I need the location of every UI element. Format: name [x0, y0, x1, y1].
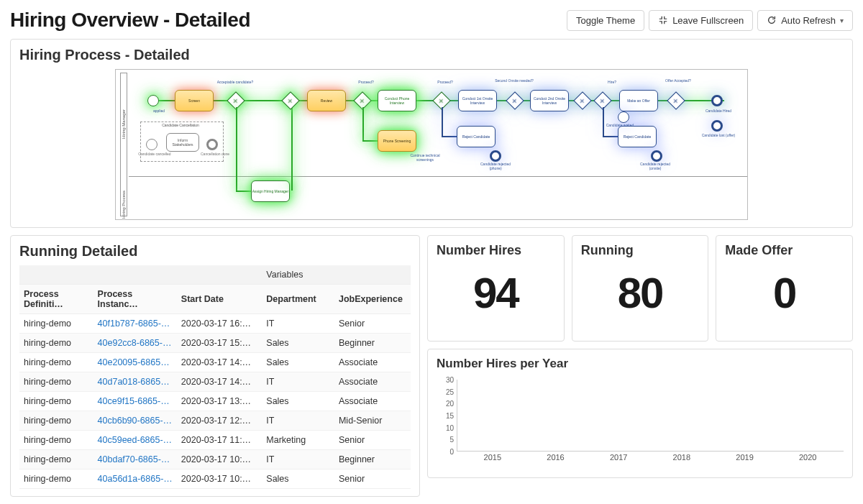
- bpmn-gateway-1-label: Acceptable candidate?: [214, 80, 257, 84]
- cell-process-def: hiring-demo: [19, 372, 93, 392]
- table-row[interactable]: hiring-demo40d7a018-6865…2020-03-17 14:……: [19, 372, 411, 392]
- cell-start-date: 2020-03-17 12:…: [177, 411, 262, 431]
- bpmn-sub-end-label: Cancellation done: [193, 152, 237, 156]
- bpmn-end-lost[interactable]: [711, 120, 723, 132]
- x-tick-label: 2016: [524, 453, 588, 462]
- bpmn-task-phone[interactable]: Conduct Phone Interview: [378, 90, 416, 111]
- auto-refresh-button[interactable]: Auto Refresh ▾: [757, 10, 853, 31]
- bpmn-end-hired[interactable]: [711, 95, 723, 106]
- cell-department: IT: [262, 450, 334, 469]
- cell-start-date: 2020-03-17 14:…: [177, 353, 262, 372]
- cell-process-inst-link[interactable]: 40ce9f15-6865-…: [93, 392, 177, 411]
- stat-offer-value: 0: [725, 268, 844, 318]
- bpmn-task-offer[interactable]: Make an Offer: [619, 90, 658, 111]
- table-group-variables: Variables: [262, 265, 411, 285]
- process-diagram[interactable]: Hiring Manager Hiring Process applied Sc…: [115, 69, 748, 220]
- cell-job-experience: Associate: [334, 372, 411, 392]
- cell-start-date: 2020-03-17 10:…: [177, 450, 262, 469]
- bpmn-end-rejected-2-label: Candidate rejected (onsite): [634, 162, 677, 170]
- lane-label-1: Hiring Manager: [122, 109, 126, 139]
- bpmn-task-reject-1[interactable]: Reject Candidate: [457, 126, 496, 147]
- bpmn-end-hired-label: Candidate Hired: [697, 109, 740, 113]
- cell-process-inst-link[interactable]: 40e92cc8-6865-…: [93, 334, 177, 353]
- table-row[interactable]: hiring-demo40bdaf70-6865-…2020-03-17 10:…: [19, 450, 411, 469]
- running-detailed-panel: Running Detailed Variables Process Defin…: [10, 235, 420, 497]
- cell-process-inst-link[interactable]: 40a56d1a-6865-…: [93, 469, 177, 489]
- table-row[interactable]: hiring-demo40c59eed-6865-…2020-03-17 11:…: [19, 431, 411, 450]
- cell-process-inst-link[interactable]: 40c59eed-6865-…: [93, 431, 177, 450]
- bpmn-event-waited[interactable]: [618, 111, 629, 123]
- table-row[interactable]: hiring-demo40f1b787-6865-…2020-03-17 16:…: [19, 314, 411, 334]
- header-buttons: Toggle Theme Leave Fullscreen Auto Refre…: [567, 10, 853, 31]
- toggle-theme-button[interactable]: Toggle Theme: [567, 10, 644, 31]
- cell-process-def: hiring-demo: [19, 469, 93, 489]
- bpmn-task-review[interactable]: Review: [307, 90, 346, 111]
- cell-department: Sales: [262, 392, 334, 411]
- bpmn-gateway-7[interactable]: ×: [667, 91, 685, 109]
- x-tick-label: 2020: [776, 453, 839, 462]
- bpmn-gateway-merge[interactable]: ×: [281, 91, 299, 109]
- bpmn-gateway-3-label: Proceed?: [424, 80, 467, 84]
- cell-start-date: 2020-03-17 11:…: [177, 431, 262, 450]
- col-process-inst[interactable]: Process Instanc…: [93, 285, 177, 314]
- bpmn-gateway-5[interactable]: ×: [573, 91, 591, 109]
- cell-job-experience: Associate: [334, 353, 411, 372]
- cell-process-def: hiring-demo: [19, 314, 93, 334]
- table-row[interactable]: hiring-demo40e92cc8-6865-…2020-03-17 15:…: [19, 334, 411, 353]
- bpmn-end-rejected-2[interactable]: [651, 150, 662, 162]
- cell-process-inst-link[interactable]: 40bdaf70-6865-…: [93, 450, 177, 469]
- table-row[interactable]: hiring-demo40e20095-6865…2020-03-17 14:……: [19, 353, 411, 372]
- page-title: Hiring Overview - Detailed: [10, 9, 250, 32]
- table-row[interactable]: hiring-demo40cb6b90-6865-…2020-03-17 12:…: [19, 411, 411, 431]
- bpmn-gateway-2-label: Proceed?: [344, 80, 388, 84]
- col-process-def[interactable]: Process Definiti…: [19, 285, 93, 314]
- process-diagram-title: Hiring Process - Detailed: [19, 47, 844, 63]
- bpmn-sub-start[interactable]: [146, 139, 157, 150]
- bpmn-task-reject-2[interactable]: Reject Candidate: [618, 126, 657, 147]
- col-department[interactable]: Department: [262, 285, 334, 314]
- cell-process-def: hiring-demo: [19, 411, 93, 431]
- cell-start-date: 2020-03-17 10:…: [177, 469, 262, 489]
- bpmn-task-onsite-1[interactable]: Conduct 1st Onsite Interview: [458, 90, 497, 111]
- page-header: Hiring Overview - Detailed Toggle Theme …: [0, 0, 863, 39]
- bpmn-sub-end[interactable]: [206, 139, 218, 150]
- cell-job-experience: Mid-Senior: [334, 411, 411, 431]
- running-detailed-table: Variables Process Definiti… Process Inst…: [19, 265, 411, 489]
- cell-job-experience: Beginner: [334, 334, 411, 353]
- toggle-theme-label: Toggle Theme: [576, 15, 635, 26]
- y-tick-label: 30: [446, 376, 454, 384]
- x-tick-label: 2019: [713, 453, 777, 462]
- y-tick-label: 20: [446, 400, 454, 408]
- bpmn-task-phone-screen[interactable]: Phone Screening: [378, 130, 416, 152]
- table-row[interactable]: hiring-demo40ce9f15-6865-…2020-03-17 13:…: [19, 392, 411, 411]
- y-tick-label: 15: [446, 412, 454, 420]
- cell-process-def: hiring-demo: [19, 392, 93, 411]
- chevron-down-icon: ▾: [840, 17, 844, 24]
- cell-process-inst-link[interactable]: 40d7a018-6865…: [93, 372, 177, 392]
- bpmn-sub-task[interactable]: Inform Stakeholders: [166, 133, 199, 152]
- table-header-row: Process Definiti… Process Instanc… Start…: [19, 285, 411, 314]
- bpmn-gateway-hire-label: Hire?: [590, 80, 634, 84]
- bpmn-start-label: applied: [137, 109, 181, 113]
- cell-process-inst-link[interactable]: 40f1b787-6865-…: [93, 314, 177, 334]
- col-start-date[interactable]: Start Date: [177, 285, 262, 314]
- bpmn-task-screen[interactable]: Screen: [175, 90, 214, 111]
- leave-fullscreen-button[interactable]: Leave Fullscreen: [649, 10, 753, 31]
- bpmn-gateway-7-label: Offer Accepted?: [657, 78, 700, 83]
- cell-process-inst-link[interactable]: 40e20095-6865…: [93, 353, 177, 372]
- bpmn-end-rejected-1[interactable]: [490, 150, 501, 162]
- bpmn-gateway-4[interactable]: ×: [506, 91, 524, 109]
- stat-hires-value: 94: [437, 268, 555, 318]
- chart-hires[interactable]: 051015202530 201520162017201820192020: [437, 377, 844, 470]
- col-job-experience[interactable]: JobExperience: [334, 285, 411, 314]
- stat-running-value: 80: [581, 268, 700, 318]
- leave-fullscreen-label: Leave Fullscreen: [672, 15, 744, 26]
- bpmn-end-lost-label: Candidate lost (offer): [697, 133, 740, 137]
- table-row[interactable]: hiring-demo40a56d1a-6865-…2020-03-17 10:…: [19, 469, 411, 489]
- stat-running-panel: Running 80: [572, 235, 709, 342]
- cell-process-def: hiring-demo: [19, 353, 93, 372]
- bpmn-task-onsite-2[interactable]: Conduct 2nd Onsite Interview: [530, 90, 569, 111]
- bpmn-start-event[interactable]: [147, 95, 159, 106]
- bpmn-task-assign[interactable]: Assign Hiring Manager: [251, 180, 290, 202]
- cell-process-inst-link[interactable]: 40cb6b90-6865-…: [93, 411, 177, 431]
